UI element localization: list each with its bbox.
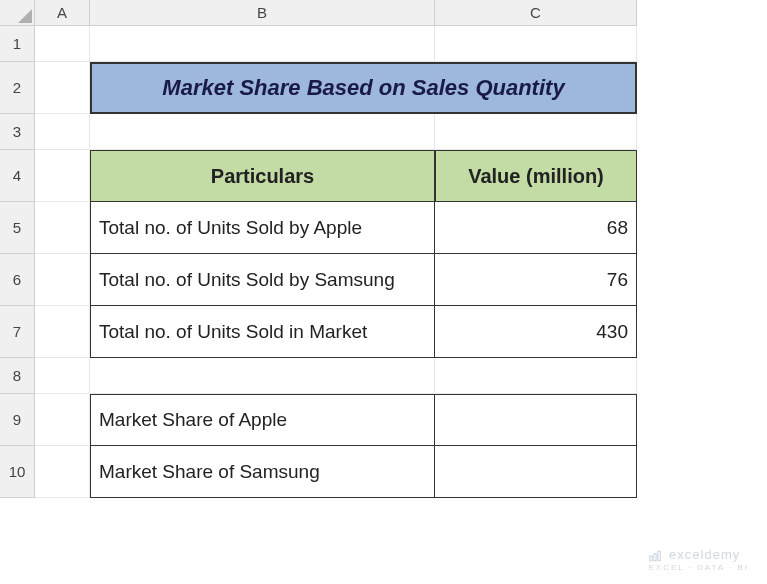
watermark: exceldemy EXCEL · DATA · BI <box>648 547 749 572</box>
cell-b10[interactable]: Market Share of Samsung <box>90 446 435 498</box>
cell-b6[interactable]: Total no. of Units Sold by Samsung <box>90 254 435 306</box>
cell-c9[interactable] <box>435 394 637 446</box>
row-header-10[interactable]: 10 <box>0 446 35 498</box>
cell-c10[interactable] <box>435 446 637 498</box>
svg-rect-0 <box>650 556 652 561</box>
cell-b1[interactable] <box>90 26 435 62</box>
title-cell[interactable]: Market Share Based on Sales Quantity <box>90 62 637 114</box>
cell-c5[interactable]: 68 <box>435 202 637 254</box>
header-particulars[interactable]: Particulars <box>90 150 435 202</box>
cell-b7[interactable]: Total no. of Units Sold in Market <box>90 306 435 358</box>
cell-b8[interactable] <box>90 358 435 394</box>
cell-a6[interactable] <box>35 254 90 306</box>
cell-a5[interactable] <box>35 202 90 254</box>
spreadsheet-grid: A B C 1 2 Market Share Based on Sales Qu… <box>0 0 767 498</box>
cell-a1[interactable] <box>35 26 90 62</box>
row-header-6[interactable]: 6 <box>0 254 35 306</box>
cell-c1[interactable] <box>435 26 637 62</box>
cell-a10[interactable] <box>35 446 90 498</box>
row-header-9[interactable]: 9 <box>0 394 35 446</box>
cell-b9[interactable]: Market Share of Apple <box>90 394 435 446</box>
select-all-corner[interactable] <box>0 0 35 26</box>
cell-c7[interactable]: 430 <box>435 306 637 358</box>
col-header-c[interactable]: C <box>435 0 637 26</box>
row-header-5[interactable]: 5 <box>0 202 35 254</box>
cell-a8[interactable] <box>35 358 90 394</box>
svg-rect-2 <box>658 551 660 560</box>
watermark-brand: exceldemy <box>669 547 740 562</box>
svg-rect-1 <box>654 554 656 561</box>
header-value[interactable]: Value (million) <box>435 150 637 202</box>
watermark-tagline: EXCEL · DATA · BI <box>648 563 749 572</box>
col-header-a[interactable]: A <box>35 0 90 26</box>
cell-c8[interactable] <box>435 358 637 394</box>
cell-a7[interactable] <box>35 306 90 358</box>
row-header-3[interactable]: 3 <box>0 114 35 150</box>
row-header-8[interactable]: 8 <box>0 358 35 394</box>
cell-a9[interactable] <box>35 394 90 446</box>
row-header-7[interactable]: 7 <box>0 306 35 358</box>
row-header-1[interactable]: 1 <box>0 26 35 62</box>
cell-a3[interactable] <box>35 114 90 150</box>
row-header-4[interactable]: 4 <box>0 150 35 202</box>
cell-a4[interactable] <box>35 150 90 202</box>
row-header-2[interactable]: 2 <box>0 62 35 114</box>
cell-c6[interactable]: 76 <box>435 254 637 306</box>
cell-b5[interactable]: Total no. of Units Sold by Apple <box>90 202 435 254</box>
cell-a2[interactable] <box>35 62 90 114</box>
cell-b3[interactable] <box>90 114 435 150</box>
cell-c3[interactable] <box>435 114 637 150</box>
col-header-b[interactable]: B <box>90 0 435 26</box>
logo-icon <box>648 549 662 563</box>
